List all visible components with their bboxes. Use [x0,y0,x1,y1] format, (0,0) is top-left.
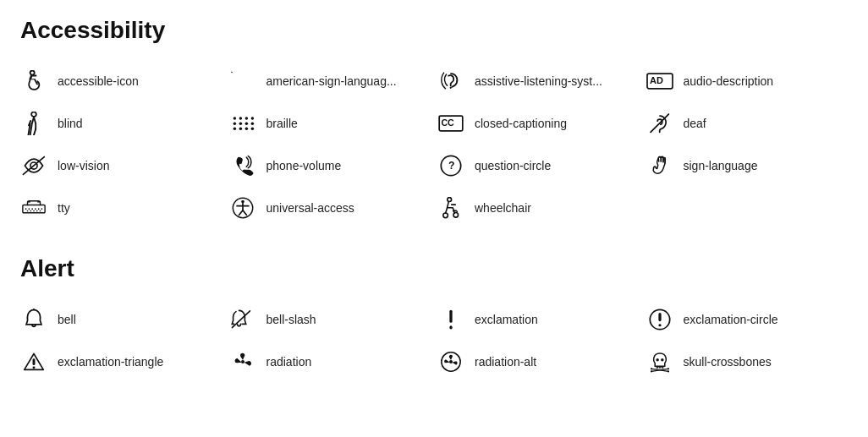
svg-point-29 [35,208,36,210]
sign-language-label: sign-language [684,159,758,172]
accessibility-section: Accessibility accessible-icon [20,17,848,221]
svg-point-35 [36,210,38,212]
wheelchair-label: wheelchair [475,201,531,215]
svg-point-31 [41,208,43,210]
closed-captioning-label: closed-captioning [475,117,567,130]
svg-point-15 [239,128,242,131]
svg-point-34 [33,210,35,212]
icon-item-radiation: radiation [229,348,431,375]
question-circle-label: question-circle [475,159,551,172]
svg-rect-51 [449,325,452,329]
svg-point-11 [239,122,242,125]
accessible-icon-label: accessible-icon [58,74,139,88]
icon-item-assistive-listening: assistive-listening-syst... [437,68,640,95]
accessibility-grid: accessible-icon 𝕰𝖌 american-sign-languag… [20,68,848,221]
icon-item-accessible-icon: accessible-icon [20,68,222,95]
wheelchair-glyph [437,194,464,221]
icon-item-closed-captioning: CC closed-captioning [437,110,640,137]
svg-point-33 [30,210,31,212]
accessibility-title: Accessibility [20,17,848,44]
icon-item-blind: blind [20,110,222,137]
svg-point-10 [233,122,236,125]
accessible-icon-glyph [20,68,47,95]
low-vision-label: low-vision [58,159,109,172]
sign-language-glyph [646,152,673,179]
alert-section: Alert bell [20,255,848,375]
svg-rect-53 [658,313,661,321]
skull-crossbones-glyph [646,348,673,375]
svg-point-66 [667,368,668,369]
icon-item-exclamation: exclamation [437,306,640,333]
icon-item-low-vision: low-vision [20,152,222,179]
bell-glyph [20,306,47,333]
svg-point-28 [31,208,33,210]
icon-item-exclamation-triangle: exclamation-triangle [20,348,222,375]
svg-text:𝕰𝖌: 𝕰𝖌 [231,71,233,74]
svg-point-37 [28,201,31,203]
assistive-listening-label: assistive-listening-syst... [475,74,602,88]
svg-point-16 [244,128,248,131]
page-container: Accessibility accessible-icon [20,17,848,375]
icon-item-question-circle: ? question-circle [437,152,640,179]
blind-glyph [20,110,47,137]
svg-point-57 [240,360,244,363]
icon-item-asl: 𝕰𝖌 american-sign-languag... [229,68,431,95]
svg-point-6 [233,117,236,120]
bell-label: bell [58,313,76,326]
svg-rect-50 [449,310,452,323]
icon-item-exclamation-circle: exclamation-circle [646,306,849,333]
icon-item-deaf: deaf [646,110,849,137]
exclamation-circle-glyph [646,306,673,333]
svg-point-59 [449,360,453,363]
svg-point-47 [453,213,459,218]
svg-point-38 [37,201,41,203]
svg-point-9 [250,117,254,120]
braille-label: braille [266,117,298,130]
closed-captioning-glyph: CC [437,110,464,137]
assistive-listening-glyph [437,68,464,95]
svg-point-26 [25,208,27,210]
svg-point-17 [250,128,254,131]
blind-label: blind [58,117,83,130]
svg-point-8 [244,117,248,120]
audio-description-label: audio-description [684,74,774,88]
icon-item-bell-slash: bell-slash [229,306,431,333]
svg-rect-55 [33,358,36,365]
svg-point-12 [244,122,248,125]
deaf-glyph [646,110,673,137]
alert-title: Alert [20,255,848,282]
skull-crossbones-label: skull-crossbones [684,355,772,369]
icon-item-radiation-alt: radiation-alt [437,348,640,375]
svg-text:CC: CC [441,117,454,128]
radiation-alt-glyph [437,348,464,375]
icon-item-tty: tty [20,194,222,221]
question-circle-glyph: ? [437,152,464,179]
bell-slash-glyph [229,306,256,333]
icon-item-skull-crossbones: skull-crossbones [646,348,849,375]
svg-text:?: ? [448,160,454,172]
radiation-alt-label: radiation-alt [475,355,536,369]
tty-label: tty [58,201,70,215]
radiation-label: radiation [266,355,312,369]
svg-point-60 [656,358,658,361]
icon-item-phone-volume: phone-volume [229,152,431,179]
icon-item-universal-access: universal-access [229,194,431,221]
svg-point-61 [661,358,663,361]
asl-label: american-sign-languag... [266,74,397,88]
svg-text:AD: AD [650,75,663,85]
svg-point-30 [38,208,40,210]
svg-line-43 [239,210,242,216]
icon-item-braille: braille [229,110,431,137]
icon-item-audio-description: AD audio-description [646,68,849,95]
bell-slash-label: bell-slash [266,313,316,326]
svg-point-14 [233,128,236,131]
icon-item-bell: bell [20,306,222,333]
svg-point-7 [239,117,242,120]
asl-glyph: 𝕰𝖌 [229,68,256,95]
icon-item-sign-language: sign-language [646,152,849,179]
phone-volume-label: phone-volume [266,159,342,172]
universal-access-glyph [229,194,256,221]
audio-description-glyph: AD [646,68,673,95]
svg-point-5 [31,112,36,117]
phone-volume-glyph [229,152,256,179]
